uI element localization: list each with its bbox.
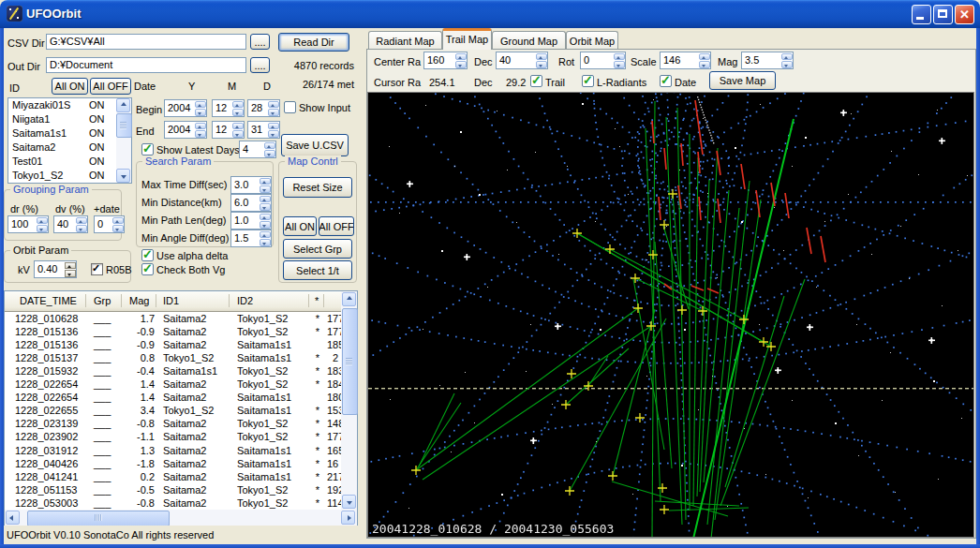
- show-latest-days-label: Show Latest Days: [156, 144, 240, 156]
- reset-size-button[interactable]: Reset Size: [283, 177, 352, 198]
- trail-checkbox[interactable]: [530, 75, 542, 87]
- orbit-param-caption: Orbit Param: [10, 244, 71, 256]
- table-row[interactable]: 1228_053003___-0.8Saitama2Tokyo1_S2*114: [5, 496, 341, 510]
- check-both-vg-checkbox[interactable]: [141, 263, 154, 275]
- table-hscrollbar[interactable]: [5, 510, 357, 526]
- date-checkbox[interactable]: [660, 75, 672, 87]
- table-vscrollbar[interactable]: [341, 291, 357, 510]
- scroll-left-arrow[interactable]: [6, 511, 20, 525]
- out-browse-button[interactable]: ....: [250, 57, 270, 73]
- center-dec-spinner[interactable]: 40: [496, 52, 548, 69]
- close-button[interactable]: [955, 5, 974, 24]
- scroll-down-arrow[interactable]: [116, 169, 130, 183]
- search-param-spinner[interactable]: 1.0: [230, 212, 272, 230]
- out-dir-input[interactable]: D:¥Document: [46, 57, 246, 73]
- id-list-item[interactable]: Saitama1s1ON: [8, 126, 131, 141]
- table-row[interactable]: 1228_015136___-0.9Saitama2Saitama1s1185: [5, 338, 341, 352]
- scroll-thumb[interactable]: [27, 511, 170, 526]
- rot-label: Rot: [558, 56, 574, 67]
- end-month-spinner[interactable]: 12: [212, 121, 245, 139]
- map-all-on-button[interactable]: All ON: [283, 216, 317, 236]
- plus-date-spinner[interactable]: 0: [94, 215, 125, 233]
- star-map-canvas[interactable]: [368, 93, 973, 537]
- table-row[interactable]: 1228_015136___-0.9Saitama2Tokyo1_S2*177: [5, 325, 341, 339]
- latest-days-spinner[interactable]: 4: [239, 141, 276, 158]
- dr-spinner[interactable]: 100: [7, 215, 49, 233]
- tab-trail-map[interactable]: Trail Map: [442, 28, 492, 50]
- rot-spinner[interactable]: 0: [580, 52, 626, 69]
- search-param-label: Max Time Diff(sec): [141, 179, 227, 190]
- dv-spinner[interactable]: 40: [53, 215, 88, 233]
- table-row[interactable]: 1228_022655___3.4Tokyo1_S2Saitama1s1*153: [5, 404, 341, 418]
- begin-year-spinner[interactable]: 2004: [164, 99, 207, 117]
- scroll-right-arrow[interactable]: [341, 511, 355, 525]
- end-day-spinner[interactable]: 31: [247, 121, 280, 139]
- begin-day-spinner[interactable]: 28: [247, 99, 280, 117]
- id-list-scrollbar[interactable]: [116, 98, 131, 183]
- trail-map-view[interactable]: [367, 92, 974, 538]
- table-row[interactable]: 1228_010628___1.7Saitama2Tokyo1_S2*177: [5, 312, 341, 326]
- scroll-down-arrow[interactable]: [342, 495, 356, 509]
- scale-spinner[interactable]: 146: [660, 52, 711, 69]
- cursor-dec-label: Dec: [474, 77, 493, 88]
- d-label: D: [263, 81, 271, 92]
- scroll-thumb[interactable]: [342, 308, 358, 415]
- id-listbox[interactable]: Miyazaki01SONNiigata1ONSaitama1s1ONSaita…: [7, 97, 132, 184]
- date-checkbox-label: Date: [675, 77, 696, 88]
- use-alpha-delta-checkbox[interactable]: [141, 249, 154, 261]
- table-row[interactable]: 1228_023902___-1.1Saitama2Tokyo1_S2*177: [5, 430, 341, 444]
- id-list-item[interactable]: Miyazaki01SON: [8, 98, 131, 112]
- end-year-spinner[interactable]: 2004: [164, 121, 207, 139]
- id-list-item[interactable]: Niigata1ON: [8, 112, 131, 126]
- table-header[interactable]: DATE_TIME Grp Mag ID1 ID2 *: [5, 291, 341, 312]
- title-bar[interactable]: UFOOrbit: [0, 0, 980, 28]
- save-ucsv-button[interactable]: Save U.CSV: [281, 134, 349, 156]
- select-grp-button[interactable]: Select Grp: [283, 239, 352, 259]
- use-alpha-delta-label: Use alpha delta: [156, 250, 228, 261]
- search-param-spinner[interactable]: 1.5: [230, 230, 272, 247]
- search-param-spinner[interactable]: 3.0: [230, 176, 272, 194]
- search-param-group: Search Param Max Time Diff(sec)3.0Min Di…: [136, 161, 274, 247]
- csv-browse-button[interactable]: ....: [250, 34, 270, 50]
- status-text: UFOOrbit V0.10 SonotaCo All rights reser…: [7, 529, 214, 541]
- table-row[interactable]: 1228_040426___-1.8Saitama2Saitama1s1*16: [5, 457, 341, 471]
- mag-spinner[interactable]: 3.5: [741, 52, 794, 69]
- scroll-thumb[interactable]: [116, 113, 132, 138]
- table-row[interactable]: 1228_051153___-0.5Saitama2Tokyo1_S2*192: [5, 483, 341, 497]
- kv-spinner[interactable]: 0.40: [34, 260, 77, 278]
- table-row[interactable]: 1228_022654___1.4Saitama2Saitama1s1180: [5, 391, 341, 405]
- table-row[interactable]: 1228_022654___1.4Saitama2Tokyo1_S2*184: [5, 378, 341, 392]
- window-border-bottom: [0, 544, 980, 548]
- r05b-checkbox[interactable]: [91, 263, 103, 275]
- y-label: Y: [188, 81, 195, 92]
- begin-month-spinner[interactable]: 12: [212, 99, 245, 117]
- center-ra-spinner[interactable]: 160: [423, 52, 468, 69]
- show-latest-days-checkbox[interactable]: [141, 143, 154, 156]
- id-list-item[interactable]: Tokyo1_S2ON: [8, 169, 131, 183]
- read-dir-button[interactable]: Read Dir: [278, 33, 349, 52]
- save-map-button[interactable]: Save Map: [709, 71, 776, 90]
- id-list-item[interactable]: Saitama2ON: [8, 141, 131, 155]
- all-on-button[interactable]: All ON: [52, 78, 88, 95]
- scroll-up-arrow[interactable]: [342, 292, 356, 306]
- search-param-spinner[interactable]: 6.0: [230, 194, 272, 212]
- maximize-button[interactable]: [933, 5, 953, 24]
- all-off-button[interactable]: All OFF: [90, 78, 131, 95]
- table-row[interactable]: 1228_031912___1.3Saitama2Saitama1s1*165: [5, 444, 341, 458]
- id-label: ID: [9, 82, 20, 94]
- csv-dir-input[interactable]: G:¥CSV¥All: [46, 34, 246, 50]
- search-param-caption: Search Param: [142, 156, 214, 167]
- table-row[interactable]: 1228_015137___0.8Tokyo1_S2Saitama1s1* 2: [5, 351, 341, 365]
- map-all-off-button[interactable]: All OFF: [319, 216, 354, 236]
- scroll-up-arrow[interactable]: [116, 98, 130, 112]
- show-input-checkbox[interactable]: [284, 101, 296, 113]
- id-list-item[interactable]: Test01ON: [8, 155, 131, 169]
- minimize-button[interactable]: [912, 5, 931, 24]
- cursor-dec-value: 29.2: [506, 77, 526, 88]
- l-radiants-checkbox[interactable]: [582, 75, 594, 87]
- table-row[interactable]: 1228_015932___-0.4Saitama1s1Tokyo1_S2*18…: [5, 364, 341, 378]
- table-row[interactable]: 1228_023139___-0.8Saitama2Tokyo1_S2*148: [5, 417, 341, 431]
- select-1t-button[interactable]: Select 1/t: [283, 260, 352, 280]
- table-body[interactable]: 1228_010628___1.7Saitama2Tokyo1_S2*17712…: [5, 312, 341, 510]
- table-row[interactable]: 1228_041241___0.2Saitama2Saitama1s1*217: [5, 470, 341, 484]
